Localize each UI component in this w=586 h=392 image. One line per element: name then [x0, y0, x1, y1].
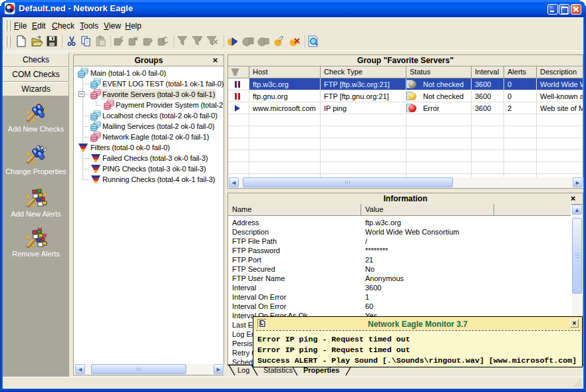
svg-text:Log: Log	[237, 366, 249, 374]
